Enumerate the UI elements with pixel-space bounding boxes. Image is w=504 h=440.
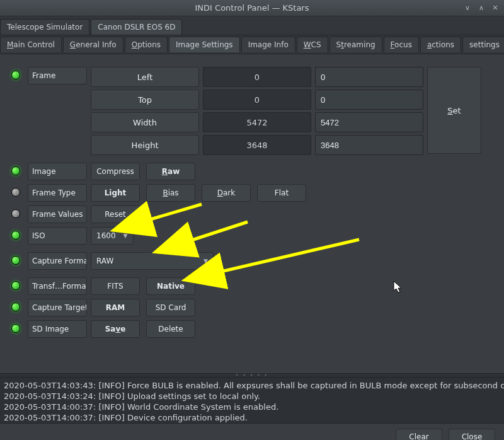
row-sd-image: SD Image Save Delete	[9, 320, 495, 338]
label-capture-format: Capture Format	[28, 252, 87, 270]
frame-height-input[interactable]	[315, 135, 423, 155]
frame-height-value: 3648	[203, 135, 311, 155]
tab-label: Image Info	[248, 40, 289, 49]
tab-general-info[interactable]: General Info	[63, 37, 123, 52]
frame-top-value: 0	[203, 90, 311, 110]
delete-button[interactable]: Delete	[146, 320, 195, 338]
capture-format-value: RAW	[96, 257, 113, 265]
label-sd-image: SD Image	[28, 320, 87, 338]
window-controls: ∨ ∧ ✕	[462, 3, 500, 13]
frame-top-label: Top	[91, 90, 199, 110]
fits-button[interactable]: FITS	[91, 277, 140, 295]
led-frame-values	[11, 209, 20, 218]
tab-actions[interactable]: actions	[420, 37, 461, 52]
raw-button[interactable]: Raw	[146, 163, 195, 180]
close-button[interactable]: Close	[449, 429, 495, 440]
frame-width-label: Width	[91, 112, 199, 132]
device-tab-label: Canon DSLR EOS 6D	[98, 23, 175, 32]
frame-top-input[interactable]	[315, 90, 423, 110]
sdcard-button[interactable]: SD Card	[146, 299, 195, 316]
frame-width-input[interactable]	[315, 112, 423, 132]
tab-settings[interactable]: settings	[462, 37, 504, 52]
save-button[interactable]: Save	[91, 320, 140, 338]
row-frame-type: Frame Type Light Bias Dark Flat	[9, 184, 495, 202]
log-line: 2020-05-03T14:00:37: [INFO] World Coordi…	[4, 402, 500, 412]
row-frame: Frame Left 0 Top 0 Width 5472	[9, 67, 495, 155]
tab-label: Image Settings	[176, 40, 233, 49]
led-frame	[11, 71, 20, 79]
device-tab-canon[interactable]: Canon DSLR EOS 6D	[91, 19, 182, 35]
device-tabs: Telescope Simulator Canon DSLR EOS 6D	[0, 16, 504, 35]
log-line: 2020-05-03T14:03:24: [INFO] Upload setti…	[4, 391, 500, 402]
compress-button[interactable]: Compress	[91, 163, 140, 180]
led-image	[11, 166, 20, 175]
chevron-down-icon: ▼	[203, 258, 208, 264]
log-area[interactable]: 2020-05-03T14:03:43: [INFO] Force BULB i…	[0, 378, 504, 423]
row-image: Image Compress Raw	[9, 163, 495, 180]
label-frame-values: Frame Values	[28, 206, 87, 223]
row-transfer-format: Transf…Format FITS Native	[9, 277, 495, 295]
close-icon[interactable]: ✕	[490, 3, 500, 13]
dark-button[interactable]: Dark	[202, 184, 251, 202]
log-line: 2020-05-03T14:00:37: [INFO] Device confi…	[4, 412, 500, 423]
led-capture-format	[11, 256, 20, 265]
splitter-handle-icon: • • • • •	[236, 373, 268, 378]
label-capture-target: Capture Target	[28, 299, 87, 316]
frame-height-label: Height	[91, 135, 199, 155]
label-iso: ISO	[28, 227, 87, 245]
reset-button[interactable]: Reset	[91, 206, 140, 223]
capture-format-dropdown[interactable]: RAW ▼	[91, 252, 214, 270]
tab-wcs[interactable]: WCS	[297, 37, 328, 52]
led-transfer-format	[11, 281, 20, 290]
maximize-icon[interactable]: ∧	[476, 3, 486, 13]
tab-image-info[interactable]: Image Info	[241, 37, 295, 52]
label-frame: Frame	[28, 67, 87, 84]
led-capture-target	[11, 303, 20, 311]
category-tabs: Main Control General Info Options Image …	[0, 35, 504, 54]
frame-left-input[interactable]	[315, 67, 423, 87]
frame-left-value: 0	[203, 67, 311, 87]
frame-left-label: Left	[91, 67, 199, 87]
frame-set-button[interactable]: Set	[427, 67, 481, 154]
iso-value: 1600	[96, 231, 116, 240]
row-capture-target: Capture Target RAM SD Card	[9, 299, 495, 316]
row-frame-values: Frame Values Reset	[9, 206, 495, 223]
bottom-bar: Clear Close	[0, 423, 504, 440]
led-frame-type	[11, 188, 20, 197]
frame-width-value: 5472	[203, 112, 311, 132]
native-button[interactable]: Native	[146, 277, 195, 295]
chevron-down-icon: ▼	[123, 233, 128, 239]
tab-focus[interactable]: Focus	[384, 37, 419, 52]
iso-dropdown[interactable]: 1600 ▼	[91, 227, 134, 245]
clear-button[interactable]: Clear	[396, 429, 442, 440]
titlebar: INDI Control Panel — KStars ∨ ∧ ✕	[0, 0, 504, 16]
log-line: 2020-05-03T14:03:43: [INFO] Force BULB i…	[4, 380, 500, 391]
flat-button[interactable]: Flat	[257, 184, 306, 202]
device-tab-telescope[interactable]: Telescope Simulator	[0, 19, 89, 35]
tab-image-settings[interactable]: Image Settings	[169, 37, 240, 52]
tab-main-control[interactable]: Main Control	[0, 37, 62, 52]
led-iso	[11, 231, 20, 240]
splitter[interactable]: • • • • •	[0, 373, 504, 378]
tab-options[interactable]: Options	[125, 37, 168, 52]
label-transfer-format: Transf…Format	[28, 277, 87, 295]
row-iso: ISO 1600 ▼	[9, 227, 495, 245]
led-sd-image	[11, 324, 20, 333]
device-tab-label: Telescope Simulator	[7, 23, 83, 32]
row-capture-format: Capture Format RAW ▼	[9, 252, 495, 270]
ram-button[interactable]: RAM	[91, 299, 140, 316]
window-title: INDI Control Panel — KStars	[195, 3, 309, 13]
light-button[interactable]: Light	[91, 184, 140, 202]
tab-streaming[interactable]: Streaming	[329, 37, 382, 52]
label-image: Image	[28, 163, 87, 180]
bias-button[interactable]: Bias	[146, 184, 195, 202]
label-frame-type: Frame Type	[28, 184, 87, 202]
content: Frame Left 0 Top 0 Width 5472	[0, 54, 504, 348]
minimize-icon[interactable]: ∨	[462, 3, 472, 13]
